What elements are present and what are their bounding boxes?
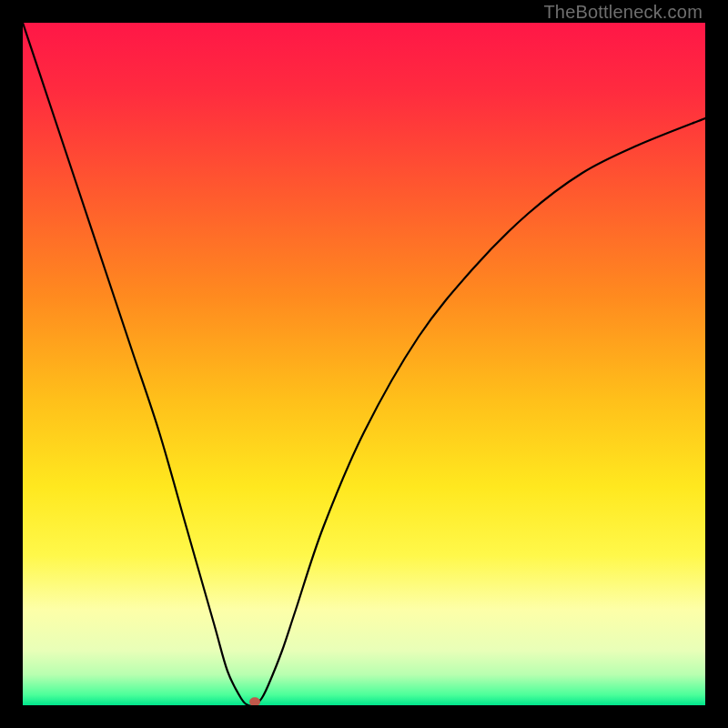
watermark-text: TheBottleneck.com bbox=[543, 2, 703, 23]
chart-frame bbox=[23, 23, 705, 705]
chart-background bbox=[23, 23, 705, 705]
bottleneck-chart bbox=[23, 23, 705, 705]
